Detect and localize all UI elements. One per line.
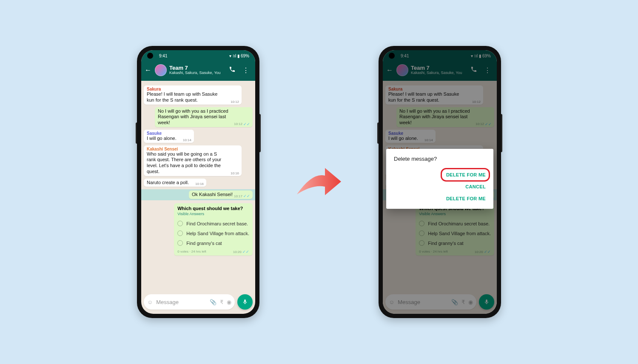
chat-title-block[interactable]: Team 7 Kakashi, Sakura, Sasuke, You: [169, 65, 225, 75]
currency-icon[interactable]: ₹: [220, 299, 223, 305]
poll-option[interactable]: Find Orochimaru secret base.: [177, 219, 249, 228]
more-options-icon[interactable]: ⋮: [242, 66, 250, 74]
message-in[interactable]: Sakura Please! I will team up with Sasuk…: [144, 85, 242, 105]
dialog-title: Delete message?: [394, 156, 488, 162]
chat-avatar[interactable]: [155, 64, 167, 76]
radio-icon[interactable]: [177, 221, 183, 226]
status-battery: 69%: [241, 54, 249, 58]
read-receipt-icon: ✓✓: [243, 122, 250, 126]
status-bar: 9:41 ▾ ⁞ıl ▮ 69%: [141, 50, 255, 61]
message-time: 10:14: [183, 138, 191, 142]
message-out[interactable]: No I will go with you as I practiced Ras…: [155, 107, 253, 127]
message-input-bar: ☺ Message 📎 ₹ ◉: [144, 293, 253, 310]
delete-for-me-button-2[interactable]: DELETE FOR ME: [394, 193, 488, 205]
poll-time: 10:20 ✓✓: [233, 250, 249, 254]
poll-visibility: Visible Answers: [177, 212, 249, 216]
front-camera: [147, 53, 153, 59]
phone-screen: 9:41 ▾ ⁞ıl ▮ 69% ← Team 7 Kakashi, Sakur…: [141, 50, 255, 314]
cancel-button[interactable]: CANCEL: [394, 181, 488, 193]
chat-appbar: ← Team 7 Kakashi, Sakura, Sasuke, You ⋮: [141, 61, 255, 81]
status-signal-icons: ▾ ⁞ıl ▮: [229, 54, 240, 58]
attach-icon[interactable]: 📎: [210, 299, 216, 305]
message-time: 10:17✓✓: [234, 194, 250, 198]
message-in[interactable]: Kakashi Sensei Who said you will be goin…: [144, 145, 242, 176]
selected-message-row[interactable]: Ok Kakashi Sensei! 10:17✓✓: [141, 189, 255, 200]
message-sender: Kakashi Sensei: [147, 147, 239, 151]
phone-left: 9:41 ▾ ⁞ıl ▮ 69% ← Team 7 Kakashi, Sakur…: [137, 46, 259, 318]
message-placeholder: Message: [156, 299, 206, 305]
radio-icon[interactable]: [177, 240, 183, 246]
message-in[interactable]: Naruto create a poll. 10:16: [144, 179, 206, 187]
phone-screen: 9:41 ▾ ⁞ıl ▮ 69% ← Team 7 Kakashi, Sakur…: [383, 50, 497, 314]
transition-arrow: [293, 156, 345, 208]
phone-frame: 9:41 ▾ ⁞ıl ▮ 69% ← Team 7 Kakashi, Sakur…: [137, 46, 259, 318]
emoji-icon[interactable]: ☺: [147, 299, 153, 305]
phone-frame: 9:41 ▾ ⁞ıl ▮ 69% ← Team 7 Kakashi, Sakur…: [379, 46, 501, 318]
message-time: 10:16: [231, 171, 239, 175]
message-out-selected[interactable]: Ok Kakashi Sensei! 10:17✓✓: [189, 191, 253, 199]
delete-message-dialog: Delete message? DELETE FOR ME CANCEL DEL…: [386, 149, 493, 209]
delete-for-me-button[interactable]: DELETE FOR ME: [394, 169, 488, 181]
message-sender: Sasuke: [147, 131, 191, 136]
poll-option-label: Find granny's cat: [186, 241, 222, 246]
back-icon[interactable]: ←: [144, 66, 152, 74]
poll-footer-left: 0 votes · 24 hrs left: [177, 250, 206, 254]
radio-icon[interactable]: [177, 230, 183, 236]
call-icon[interactable]: [228, 66, 236, 74]
message-input[interactable]: ☺ Message 📎 ₹ ◉: [144, 294, 235, 310]
phone-right: 9:41 ▾ ⁞ıl ▮ 69% ← Team 7 Kakashi, Sakur…: [379, 46, 501, 318]
message-text: Who said you will be going on a S rank q…: [147, 151, 239, 175]
chat-subtitle: Kakashi, Sakura, Sasuke, You: [169, 71, 225, 75]
message-time: 10:12: [231, 100, 239, 104]
read-receipt-icon: ✓✓: [242, 250, 249, 254]
camera-icon[interactable]: ◉: [227, 299, 231, 305]
status-time: 9:41: [159, 54, 167, 58]
poll-option[interactable]: Help Sand Village from attack.: [177, 228, 249, 238]
poll-message[interactable]: Which quest should we take? Visible Answ…: [174, 203, 253, 256]
poll-question: Which quest should we take?: [177, 206, 249, 211]
message-sender: Sakura: [147, 87, 239, 91]
message-text: Please! I will team up with Sasuke kun f…: [147, 91, 239, 103]
poll-option[interactable]: Find granny's cat: [177, 238, 249, 248]
message-time: 10:12✓✓: [234, 122, 250, 126]
chat-title: Team 7: [169, 65, 225, 71]
mic-button[interactable]: [237, 294, 253, 310]
poll-option-label: Find Orochimaru secret base.: [186, 221, 248, 226]
message-time: 10:16: [195, 182, 204, 186]
chat-messages[interactable]: Sakura Please! I will team up with Sasuk…: [141, 81, 255, 291]
poll-option-label: Help Sand Village from attack.: [186, 231, 249, 236]
read-receipt-icon: ✓✓: [243, 194, 250, 198]
message-in[interactable]: Sasuke I will go alone. 10:14: [144, 130, 194, 143]
arrow-icon: [293, 163, 345, 201]
